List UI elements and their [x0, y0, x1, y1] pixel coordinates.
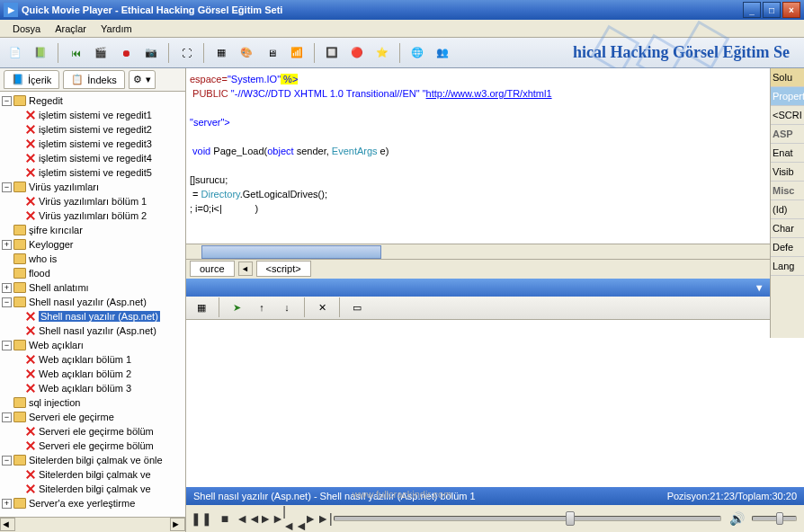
properties-tab[interactable]: Propert [771, 87, 804, 106]
tree-item[interactable]: Web açıkları bölüm 1 [2, 352, 183, 367]
prev-icon[interactable]: ⏮ [66, 43, 85, 63]
x-icon [25, 354, 36, 365]
menu-help[interactable]: Yardım [94, 22, 139, 36]
tree-item-selected[interactable]: Shell nasıl yazılır (Asp.net) [2, 309, 183, 324]
tree-folder-virus[interactable]: −Virüs yazılımları [2, 180, 183, 194]
panel-dropdown-icon[interactable]: ▼ [755, 282, 764, 293]
tab-more[interactable]: ⚙▾ [129, 70, 156, 89]
tree-item[interactable]: Sitelerden bilgi çalmak ve [2, 482, 183, 496]
badge-icon[interactable]: 🔴 [347, 43, 367, 63]
tree-item[interactable]: Serveri ele geçirme bölüm [2, 439, 183, 453]
open-file-icon[interactable]: 📄 [5, 43, 25, 63]
grid-icon[interactable]: ▦ [211, 43, 231, 63]
close-button[interactable]: × [782, 2, 800, 18]
solution-explorer-tab[interactable]: Solu [771, 68, 804, 87]
menu-tools[interactable]: Araçlar [48, 22, 94, 36]
x-icon [25, 440, 36, 451]
tab-prev-button[interactable]: ◄ [238, 262, 253, 276]
tree-folder-web[interactable]: −Web açıkları [2, 338, 183, 352]
tree-folder-regedit[interactable]: −Regedit [2, 93, 183, 108]
fullscreen-icon[interactable]: ⛶ [176, 43, 196, 63]
tab-index[interactable]: 📋İndeks [63, 70, 124, 89]
x-icon [25, 483, 36, 494]
tree-item[interactable]: Web açıkları bölüm 3 [2, 381, 183, 395]
open-folder-icon[interactable]: 📗 [31, 43, 50, 63]
tree-folder-shell-aspnet[interactable]: −Shell nasıl yazılır (Asp.net) [2, 295, 183, 309]
output-arrow-icon[interactable]: ➤ [227, 297, 246, 317]
tree-folder-keylogger[interactable]: +Keylogger [2, 237, 183, 252]
pause-button[interactable]: ❚❚ [193, 510, 210, 527]
tree-item[interactable]: işletim sistemi ve regedit3 [2, 137, 183, 151]
prop-visib[interactable]: Visib [771, 163, 804, 182]
tree-item[interactable]: işletim sistemi ve regedit4 [2, 151, 183, 165]
stop-button[interactable]: ■ [217, 510, 233, 527]
tree-folder-whois[interactable]: who is [2, 252, 183, 266]
status-text: Shell nasıl yazılır (Asp.net) - Shell na… [193, 491, 667, 501]
rss-icon[interactable]: 📶 [287, 43, 307, 63]
color-icon[interactable]: 🎨 [237, 43, 256, 63]
tree-item[interactable]: işletim sistemi ve regedit2 [2, 122, 183, 137]
volume-icon[interactable]: 🔊 [728, 510, 745, 527]
tab-content[interactable]: 📘İçerik [4, 70, 59, 89]
output-tool1-icon[interactable]: ▦ [192, 297, 211, 317]
tree-folder-flood[interactable]: flood [2, 266, 183, 280]
tree-folder-servera[interactable]: +Server'a exe yerleştirme [2, 496, 183, 510]
output-clear-icon[interactable]: ✕ [312, 297, 332, 317]
prop-id[interactable]: (Id) [771, 200, 804, 219]
script-dropdown[interactable]: <SCRI [771, 106, 804, 125]
skip-back-button[interactable]: |◄◄ [287, 510, 303, 527]
camera-icon[interactable]: 📷 [141, 43, 161, 63]
volume-thumb[interactable] [776, 512, 783, 525]
forward-button[interactable]: ►► [264, 510, 280, 527]
skip-fwd-button[interactable]: ►►| [310, 510, 326, 527]
output-window-icon[interactable]: ▭ [347, 297, 367, 317]
rewind-button[interactable]: ◄◄ [240, 510, 256, 527]
tree-folder-sifre[interactable]: şifre kırıcılar [2, 223, 183, 237]
output-down-icon[interactable]: ↓ [277, 297, 297, 317]
x-icon [25, 138, 36, 149]
film-icon[interactable]: 🎬 [91, 43, 111, 63]
tree-folder-sitelerden[interactable]: −Sitelerden bilgi çalmak ve önle [2, 453, 183, 467]
tree-item[interactable]: Sitelerden bilgi çalmak ve [2, 467, 183, 482]
tree-item[interactable]: işletim sistemi ve regedit5 [2, 165, 183, 180]
tree-folder-sql[interactable]: sql injection [2, 395, 183, 410]
tab-script[interactable]: <script> [256, 261, 311, 277]
menu-file[interactable]: Dosya [5, 22, 48, 36]
x-icon [25, 311, 36, 322]
tab-source[interactable]: ource [190, 261, 235, 277]
navigation-tree[interactable]: −Regedit işletim sistemi ve regedit1 işl… [0, 92, 185, 517]
prop-lang[interactable]: Lang [771, 257, 804, 276]
window-title: Quick Movie Player - Ethical Hacking Gör… [22, 4, 743, 15]
tree-item[interactable]: Serveri ele geçirme bölüm [2, 424, 183, 439]
output-panel[interactable] [186, 320, 804, 488]
volume-slider[interactable] [752, 516, 797, 521]
tree-item[interactable]: Shell nasıl yazılır (Asp.net) [2, 324, 183, 338]
prop-group-misc: Misc [771, 182, 804, 200]
minimize-button[interactable]: _ [743, 2, 761, 18]
sidebar-hscroll[interactable]: ◄► [0, 517, 185, 532]
globe-icon[interactable]: 🌐 [407, 43, 427, 63]
seek-slider[interactable] [334, 516, 721, 521]
people-icon[interactable]: 👥 [433, 43, 452, 63]
seek-thumb[interactable] [566, 511, 575, 526]
app1-icon[interactable]: 🔲 [322, 43, 342, 63]
tree-item[interactable]: Virüs yazılımları bölüm 1 [2, 194, 183, 208]
tree-folder-serveri[interactable]: −Serveri ele geçirme [2, 410, 183, 424]
code-hscroll[interactable]: ► [186, 244, 789, 259]
output-up-icon[interactable]: ↑ [252, 297, 272, 317]
screen-icon[interactable]: 🖥 [262, 43, 281, 63]
x-icon [25, 426, 36, 437]
gear-icon: ⚙ [133, 74, 142, 85]
tree-item[interactable]: Web açıkları bölüm 2 [2, 367, 183, 381]
tree-item[interactable]: işletim sistemi ve regedit1 [2, 108, 183, 122]
app-icon: ▶ [4, 3, 18, 17]
tree-folder-shell-anlatimi[interactable]: +Shell anlatımı [2, 280, 183, 295]
prop-enab[interactable]: Enat [771, 144, 804, 163]
tree-item[interactable]: Virüs yazılımları bölüm 2 [2, 208, 183, 223]
record-icon[interactable]: ⏺ [116, 43, 136, 63]
code-editor[interactable]: espace="System.IO" %> PUBLIC "-//W3C//DT… [186, 68, 804, 244]
star-icon[interactable]: ⭐ [372, 43, 392, 63]
prop-char[interactable]: Char [771, 219, 804, 238]
prop-defe[interactable]: Defe [771, 238, 804, 257]
maximize-button[interactable]: □ [763, 2, 781, 18]
